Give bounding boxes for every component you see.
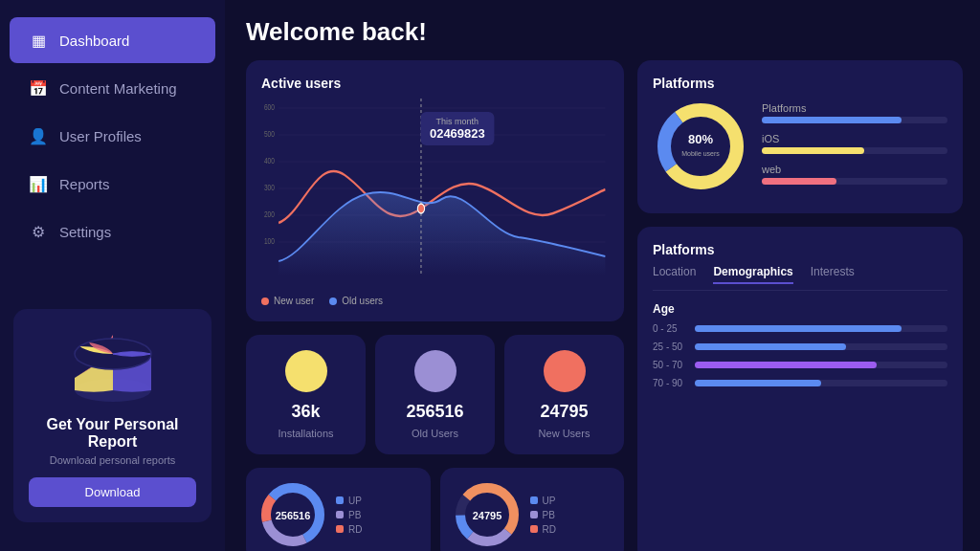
stat-card-installations: 36k Installations	[246, 335, 366, 454]
sidebar-card-subtitle: Download personal reports	[29, 454, 196, 466]
stat-label: New Users	[539, 428, 590, 439]
right-column: Platforms 80% Mobile users	[637, 60, 963, 551]
content-marketing-icon: 📅	[29, 78, 48, 98]
legend-rd-1: RD	[336, 524, 362, 535]
sidebar-label-dashboard: Dashboard	[59, 33, 129, 49]
platform-bar-web: web	[762, 164, 947, 185]
stat-card-old-users: 256516 Old Users	[375, 335, 495, 454]
age-bar-fill	[695, 362, 877, 368]
stat-label: Installations	[278, 428, 333, 439]
tab-demographics[interactable]: Demographics	[713, 265, 792, 284]
active-users-title: Active users	[261, 76, 609, 91]
reports-icon: 📊	[29, 174, 48, 193]
content-grid: Active users 600 500 400 300 200 100	[246, 60, 963, 544]
mini-donut-2-info: UP PB RD	[530, 496, 556, 535]
sidebar-label-settings: Settings	[59, 224, 111, 240]
mini-legend-1: UP PB RD	[336, 496, 362, 535]
legend-old-users: Old users	[329, 296, 383, 306]
sidebar-item-user-profiles[interactable]: 👤 User Profiles	[10, 113, 215, 159]
stat-value: 256516	[406, 402, 463, 422]
age-label: Age	[653, 302, 947, 316]
sidebar-label-reports: Reports	[59, 176, 110, 192]
user-profiles-icon: 👤	[29, 126, 48, 145]
age-range-label: 0 - 25	[653, 323, 687, 334]
sidebar-item-settings[interactable]: ⚙ Settings	[10, 209, 215, 254]
svg-text:500: 500	[264, 129, 275, 139]
age-bar-track	[695, 325, 947, 332]
sidebar-pie-chart	[29, 322, 196, 408]
platform-bar-ios: iOS	[762, 133, 947, 154]
age-bar-fill	[695, 380, 821, 386]
main-content: Welcome back! Active users 600 500 400 3…	[225, 0, 980, 551]
stat-card-new-users: 24795 New Users	[504, 335, 624, 454]
left-column: Active users 600 500 400 300 200 100	[246, 60, 624, 551]
platform-bars: Platforms iOS web	[762, 102, 947, 194]
svg-text:Mobile users: Mobile users	[681, 150, 720, 157]
platform-bar-platforms: Platforms	[762, 102, 947, 123]
tab-interests[interactable]: Interests	[811, 265, 855, 284]
stat-circle	[414, 350, 457, 392]
old-users-label: Old users	[342, 296, 383, 306]
dashboard-icon: ▦	[29, 31, 48, 50]
mini-legend-2: UP PB RD	[530, 496, 556, 535]
stat-value: 36k	[291, 402, 320, 422]
legend-up-2: UP	[530, 496, 556, 506]
platforms-donut-row: 80% Mobile users Platforms iOS	[653, 99, 947, 198]
age-range-label: 50 - 70	[653, 360, 687, 370]
personal-report-card: Get Your Personal Report Download person…	[13, 309, 212, 522]
svg-text:100: 100	[264, 236, 275, 246]
svg-text:256516: 256516	[276, 510, 311, 521]
sidebar-item-reports[interactable]: 📊 Reports	[10, 161, 215, 207]
chart-legend: New user Old users	[261, 296, 609, 306]
legend-rd-2: RD	[530, 524, 556, 535]
age-bar-track	[695, 380, 947, 386]
platform-label-web: web	[762, 164, 947, 175]
bottom-row: 256516 UP PB	[246, 468, 624, 551]
tab-location[interactable]: Location	[653, 265, 696, 284]
svg-text:24795: 24795	[472, 510, 501, 521]
legend-new-user: New user	[261, 296, 314, 306]
legend-pb-2: PB	[530, 510, 556, 520]
age-range-label: 25 - 50	[653, 342, 687, 352]
age-row: 70 - 90	[653, 378, 947, 388]
platform-label-platforms: Platforms	[762, 102, 947, 114]
legend-pb-1: PB	[336, 510, 362, 520]
age-bar-track	[695, 343, 947, 350]
svg-point-16	[417, 204, 424, 213]
svg-text:400: 400	[264, 156, 275, 165]
mini-donut-card-1: 256516 UP PB	[246, 468, 431, 551]
demographics-card-title: Platforms	[653, 242, 947, 257]
old-users-dot	[329, 298, 337, 305]
demo-tabs: Location Demographics Interests	[653, 265, 947, 291]
stats-row: 36k Installations 256516 Old Users 24795…	[246, 335, 624, 454]
mini-donut-1-info: UP PB RD	[336, 496, 362, 535]
platforms-title: Platforms	[653, 76, 947, 91]
sidebar-card-title: Get Your Personal Report	[29, 416, 196, 451]
age-row: 0 - 25	[653, 323, 947, 334]
sidebar-item-dashboard[interactable]: ▦ Dashboard	[10, 17, 215, 63]
age-bar-track	[695, 362, 947, 368]
platform-label-ios: iOS	[762, 133, 947, 144]
svg-text:600: 600	[264, 102, 275, 112]
sidebar-label-user-profiles: User Profiles	[59, 128, 142, 144]
active-users-card: Active users 600 500 400 300 200 100	[246, 60, 624, 321]
age-bar-fill	[695, 325, 902, 332]
settings-icon: ⚙	[29, 222, 48, 241]
sidebar-nav: ▦ Dashboard 📅 Content Marketing 👤 User P…	[0, 15, 225, 299]
active-users-chart: 600 500 400 300 200 100	[261, 99, 609, 290]
stat-label: Old Users	[412, 428, 458, 439]
sidebar: ▦ Dashboard 📅 Content Marketing 👤 User P…	[0, 0, 225, 551]
platforms-donut: 80% Mobile users	[653, 99, 748, 198]
sidebar-item-content-marketing[interactable]: 📅 Content Marketing	[10, 65, 215, 111]
platforms-card: Platforms 80% Mobile users	[637, 60, 963, 213]
page-title: Welcome back!	[246, 17, 963, 47]
new-user-label: New user	[274, 296, 314, 306]
svg-text:200: 200	[264, 209, 275, 219]
download-button[interactable]: Download	[29, 477, 196, 507]
age-row: 50 - 70	[653, 360, 947, 370]
svg-text:300: 300	[264, 183, 275, 192]
stat-value: 24795	[540, 402, 588, 422]
mini-donut-card-2: 24795 UP PB	[440, 468, 625, 551]
sidebar-label-content-marketing: Content Marketing	[59, 80, 177, 97]
age-bars-container: 0 - 25 25 - 50 50 - 70 70 - 90	[653, 323, 947, 388]
